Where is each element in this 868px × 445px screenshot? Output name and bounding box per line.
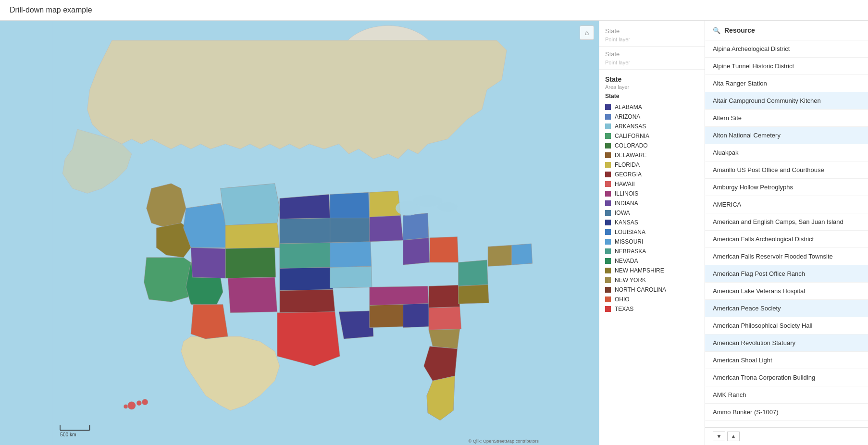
legend-item[interactable]: LOUISIANA (599, 227, 705, 237)
resource-header-label: Resource (724, 26, 755, 34)
legend-item[interactable]: CALIFORNIA (599, 131, 705, 141)
resource-list-item[interactable]: American Shoal Light (705, 352, 868, 369)
state-oklahoma[interactable] (280, 290, 335, 313)
resource-list-item[interactable]: AMERICA (705, 196, 868, 213)
legend-item[interactable]: ARIZONA (599, 112, 705, 122)
state-indiana[interactable] (403, 238, 430, 265)
legend-item[interactable]: MISSOURI (599, 237, 705, 247)
scroll-controls: ▼ ▲ (705, 427, 868, 445)
resource-list-item[interactable]: American Revolution Statuary (705, 334, 868, 352)
legend-item[interactable]: INDIANA (599, 198, 705, 208)
legend-item[interactable]: IOWA (599, 208, 705, 218)
legend-item[interactable]: NEW YORK (599, 275, 705, 285)
state-wyoming[interactable] (225, 223, 280, 248)
legend-color (605, 124, 611, 129)
legend-color (605, 143, 611, 148)
state-ohio[interactable] (430, 237, 459, 262)
state-washington[interactable] (147, 184, 186, 228)
state-louisiana[interactable] (339, 311, 373, 339)
resource-list-item[interactable]: Alpina Archeological District (705, 40, 868, 58)
legend-item-label: COLORADO (615, 142, 648, 149)
legend-item-label: ILLINOIS (615, 190, 638, 197)
state-nebraska[interactable] (280, 243, 332, 268)
legend-item-label: CALIFORNIA (615, 133, 649, 139)
map-container[interactable]: 500 km © Qlik: OpenStreetMap contributor… (0, 21, 599, 445)
state-missouri[interactable] (330, 242, 372, 267)
legend-item[interactable]: TEXAS (599, 304, 705, 314)
legend-item[interactable]: OHIO (599, 295, 705, 304)
legend-item-label: NEBRASKA (615, 248, 646, 255)
legend-item[interactable]: COLORADO (599, 141, 705, 150)
legend-item[interactable]: NORTH CAROLINA (599, 285, 705, 295)
state-iowa[interactable] (330, 218, 371, 243)
resource-list-item[interactable]: American Trona Corporation Building (705, 369, 868, 386)
legend-item[interactable]: GEORGIA (599, 170, 705, 179)
legend-item-label: ARKANSAS (615, 123, 646, 130)
legend-item[interactable]: NEW HAMPSHIRE (599, 266, 705, 275)
state-montana[interactable] (221, 184, 280, 225)
legend-color (605, 210, 611, 216)
resource-list-item[interactable]: Ammo Bunker (S-1007) (705, 404, 868, 421)
map-home-button[interactable]: ⌂ (580, 25, 594, 40)
resource-list-item[interactable]: American Falls Reservoir Flooded Townsit… (705, 248, 868, 265)
state-mississippi[interactable] (370, 304, 404, 327)
state-south-carolina[interactable] (429, 329, 460, 349)
legend-item[interactable]: DELAWARE (599, 150, 705, 160)
state-arkansas[interactable] (330, 266, 372, 288)
state-arizona[interactable] (191, 304, 228, 339)
legend-item[interactable]: NEVADA (599, 256, 705, 266)
resource-list-item[interactable]: Alta Ranger Station (705, 75, 868, 92)
state-colorado[interactable] (225, 247, 276, 278)
state-idaho[interactable] (184, 203, 228, 247)
state-north-dakota[interactable] (280, 194, 330, 219)
state-texas[interactable] (277, 312, 340, 366)
legend-item[interactable]: ALABAMA (599, 102, 705, 112)
state-kentucky[interactable] (429, 285, 460, 308)
resource-list-item[interactable]: American Peace Society (705, 300, 868, 317)
resource-panel[interactable]: 🔍 Resource Alpina Archeological District… (705, 21, 868, 445)
resource-list-item[interactable]: Altair Campground Community Kitchen (705, 92, 868, 110)
resource-list-item[interactable]: Alton National Cemetery (705, 127, 868, 144)
state-michigan[interactable] (403, 213, 429, 240)
resource-list-item[interactable]: American Falls Archeological District (705, 231, 868, 248)
app: Drill-down map example (0, 0, 868, 445)
legend-item[interactable]: NEBRASKA (599, 247, 705, 256)
legend-color (605, 181, 611, 187)
right-panel: State Point layer State Point layer Stat… (599, 21, 868, 445)
state-pennsylvania[interactable] (459, 260, 488, 286)
resource-list-item[interactable]: Alpine Tunnel Historic District (705, 58, 868, 75)
legend-item[interactable]: ARKANSAS (599, 122, 705, 131)
state-tennessee[interactable] (370, 286, 429, 305)
state-new-mexico[interactable] (228, 277, 277, 313)
state-wisconsin[interactable] (370, 191, 401, 217)
legend-panel: State Point layer State Point layer Stat… (599, 21, 705, 445)
resource-list-item[interactable]: Aluakpak (705, 144, 868, 161)
filter1-title: State (599, 25, 705, 37)
state-alabama[interactable] (403, 303, 430, 327)
state-north-carolina[interactable] (429, 307, 461, 330)
legend-item[interactable]: KANSAS (599, 218, 705, 227)
state-south-dakota[interactable] (280, 218, 331, 244)
resource-list-item[interactable]: American Lake Veterans Hospital (705, 283, 868, 300)
scroll-down-button[interactable]: ▼ (713, 432, 725, 441)
legend-item[interactable]: HAWAII (599, 179, 705, 189)
legend-item-label: OHIO (615, 296, 630, 303)
resource-list-item[interactable]: AMK Ranch (705, 386, 868, 404)
state-minnesota[interactable] (330, 192, 370, 218)
resource-list-item[interactable]: American Flag Post Office Ranch (705, 265, 868, 283)
resource-list-item[interactable]: Altern Site (705, 110, 868, 127)
state-new-england[interactable] (512, 244, 533, 265)
legend-item[interactable]: FLORIDA (599, 160, 705, 170)
state-kansas[interactable] (280, 267, 333, 290)
state-california[interactable] (144, 258, 191, 302)
resource-list-item[interactable]: American and English Camps, San Juan Isl… (705, 213, 868, 231)
scroll-up-button[interactable]: ▲ (727, 432, 740, 441)
resource-list-item[interactable]: Amburgy Hollow Petroglyphs (705, 179, 868, 196)
resource-list-item[interactable]: American Philosophical Society Hall (705, 317, 868, 334)
state-illinois[interactable] (370, 216, 403, 242)
state-utah[interactable] (191, 247, 225, 278)
resource-list-item[interactable]: Amarillo US Post Office and Courthouse (705, 161, 868, 179)
state-virginia[interactable] (459, 284, 489, 304)
state-new-york[interactable] (488, 245, 513, 266)
legend-item[interactable]: ILLINOIS (599, 189, 705, 198)
